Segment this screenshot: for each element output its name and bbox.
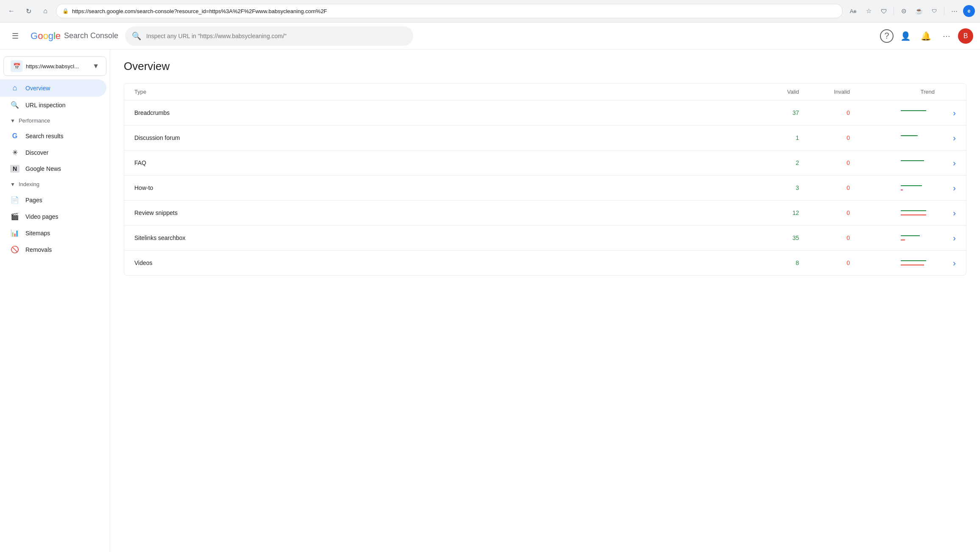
- sidebar-item-overview[interactable]: ⌂ Overview: [0, 79, 106, 97]
- sidebar-item-pages[interactable]: 📄 Pages: [0, 192, 106, 208]
- cell-valid: 12: [748, 209, 799, 216]
- cell-action[interactable]: ›: [935, 158, 956, 168]
- cell-valid: 1: [748, 134, 799, 141]
- indexing-section-label: Indexing: [19, 181, 39, 187]
- sidebar-item-url-inspection[interactable]: 🔍 URL inspection: [0, 97, 106, 113]
- col-action: [935, 89, 956, 95]
- cell-invalid: 0: [799, 109, 850, 116]
- row-chevron-icon[interactable]: ›: [953, 158, 956, 167]
- cell-valid: 35: [748, 234, 799, 241]
- row-chevron-icon[interactable]: ›: [953, 108, 956, 117]
- cell-invalid: 0: [799, 184, 850, 191]
- cell-action[interactable]: ›: [935, 133, 956, 143]
- cell-invalid: 0: [799, 134, 850, 141]
- indexing-chevron-icon: ▼: [10, 181, 15, 187]
- browser-chrome: ← ↻ ⌂ 🔒 https://search.google.com/search…: [0, 0, 980, 22]
- separator2: [944, 7, 944, 15]
- edge-icon[interactable]: e: [963, 5, 975, 17]
- google-news-icon: N: [10, 165, 19, 173]
- cell-action[interactable]: ›: [935, 208, 956, 218]
- sidebar-overview-label: Overview: [25, 85, 50, 92]
- search-bar[interactable]: 🔍: [125, 26, 413, 46]
- avatar[interactable]: B: [958, 28, 973, 44]
- table-row[interactable]: Videos 8 0 ›: [124, 251, 966, 275]
- cell-invalid: 0: [799, 259, 850, 266]
- main-content: 📅 https://www.babsycl... ▼ ⌂ Overview 🔍 …: [0, 50, 980, 552]
- cell-action[interactable]: ›: [935, 183, 956, 193]
- sidebar-item-removals[interactable]: 🚫 Removals: [0, 241, 106, 258]
- sidebar-item-sitemaps[interactable]: 📊 Sitemaps: [0, 225, 106, 241]
- row-chevron-icon[interactable]: ›: [953, 183, 956, 192]
- app-name: Search Console: [64, 31, 118, 40]
- read-aloud-button[interactable]: A⎈: [847, 5, 860, 17]
- ad-block-button[interactable]: 🛡: [928, 5, 941, 17]
- add-user-button[interactable]: 👤: [897, 28, 914, 45]
- sidebar-item-video-pages[interactable]: 🎬 Video pages: [0, 208, 106, 225]
- row-chevron-icon[interactable]: ›: [953, 133, 956, 142]
- google-logo: Google: [31, 31, 61, 42]
- discover-icon: ✳: [10, 148, 19, 156]
- cell-trend: [850, 131, 935, 144]
- sidebar-item-google-news[interactable]: N Google News: [0, 161, 106, 177]
- overview-table-container: Type Valid Invalid Trend Breadcrumbs 37 …: [124, 83, 966, 276]
- home-button[interactable]: ⌂: [39, 5, 52, 17]
- sitemaps-icon: 📊: [10, 229, 19, 237]
- col-invalid: Invalid: [799, 89, 850, 95]
- performance-chevron-icon: ▼: [10, 118, 15, 124]
- cell-invalid: 0: [799, 159, 850, 166]
- sidebar-item-discover[interactable]: ✳ Discover: [0, 144, 106, 161]
- page-title: Overview: [124, 60, 966, 73]
- split-view-button[interactable]: ⊝: [897, 5, 910, 17]
- sidebar-item-search-results[interactable]: G Search results: [0, 128, 106, 144]
- row-chevron-icon[interactable]: ›: [953, 258, 956, 268]
- table-header: Type Valid Invalid Trend: [124, 84, 966, 100]
- address-bar[interactable]: 🔒 https://search.google.com/search-conso…: [56, 4, 843, 18]
- property-icon: 📅: [11, 60, 22, 72]
- separator: [894, 7, 894, 15]
- favorite-button[interactable]: ☆: [862, 5, 875, 17]
- logo-area: Google Search Console: [31, 31, 118, 42]
- table-row[interactable]: Discussion forum 1 0 ›: [124, 125, 966, 151]
- indexing-section-header[interactable]: ▼ Indexing: [0, 177, 110, 192]
- collections-button[interactable]: ☕: [913, 5, 925, 17]
- help-button[interactable]: ?: [880, 29, 894, 43]
- back-button[interactable]: ←: [5, 5, 18, 17]
- performance-section-header[interactable]: ▼ Performance: [0, 113, 110, 128]
- cell-action[interactable]: ›: [935, 258, 956, 268]
- table-row[interactable]: Sitelinks searchbox 35 0 ›: [124, 226, 966, 251]
- refresh-button[interactable]: ↻: [22, 5, 35, 17]
- table-row[interactable]: Review snippets 12 0 ›: [124, 201, 966, 226]
- top-header: ☰ Google Search Console 🔍 ? 👤 🔔 ⋯ B: [0, 22, 980, 50]
- apps-button[interactable]: ⋯: [938, 28, 955, 45]
- cell-valid: 37: [748, 109, 799, 116]
- sidebar-sitemaps-label: Sitemaps: [25, 230, 50, 237]
- row-chevron-icon[interactable]: ›: [953, 208, 956, 217]
- sidebar-google-news-label: Google News: [25, 165, 61, 172]
- table-row[interactable]: FAQ 2 0 ›: [124, 151, 966, 176]
- performance-section-label: Performance: [19, 117, 50, 124]
- row-chevron-icon[interactable]: ›: [953, 233, 956, 243]
- cell-action[interactable]: ›: [935, 233, 956, 243]
- pages-icon: 📄: [10, 196, 19, 204]
- cell-trend: [850, 181, 935, 194]
- address-text: https://search.google.com/search-console…: [72, 8, 836, 14]
- content-area: Overview Type Valid Invalid Trend Breadc…: [110, 50, 980, 552]
- browser-extensions-button[interactable]: 🛡: [877, 5, 890, 17]
- notifications-button[interactable]: 🔔: [917, 28, 934, 45]
- cell-trend: [850, 256, 935, 269]
- more-button[interactable]: ⋯: [948, 5, 961, 17]
- search-input[interactable]: [146, 33, 406, 39]
- sidebar-video-pages-label: Video pages: [25, 213, 58, 220]
- cell-invalid: 0: [799, 209, 850, 216]
- search-bar-inner[interactable]: 🔍: [125, 26, 413, 46]
- cell-trend: [850, 156, 935, 169]
- cell-valid: 2: [748, 159, 799, 166]
- table-row[interactable]: How-to 3 0 ›: [124, 176, 966, 201]
- property-selector[interactable]: 📅 https://www.babsycl... ▼: [3, 56, 106, 76]
- hamburger-button[interactable]: ☰: [7, 28, 24, 45]
- cell-trend: [850, 231, 935, 244]
- col-type: Type: [134, 89, 748, 95]
- table-row[interactable]: Breadcrumbs 37 0 ›: [124, 100, 966, 125]
- property-name: https://www.babsycl...: [26, 63, 89, 70]
- cell-action[interactable]: ›: [935, 108, 956, 118]
